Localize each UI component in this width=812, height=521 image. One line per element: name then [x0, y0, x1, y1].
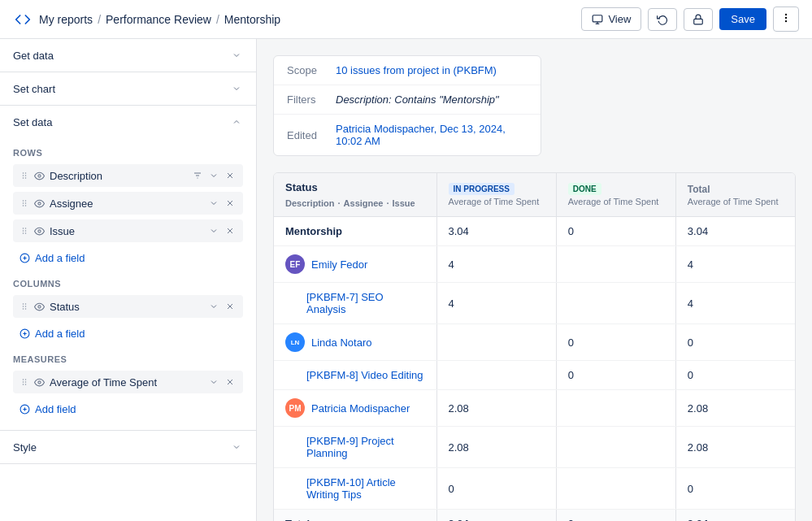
- expand-btn-avg-time[interactable]: [207, 376, 220, 389]
- breadcrumb-mentorship[interactable]: Mentorship: [224, 13, 280, 26]
- table-row: [PKBFM-7] SEO Analysis 4 4: [274, 283, 795, 324]
- field-row-issue: Issue: [13, 219, 243, 242]
- svg-rect-3: [694, 19, 703, 24]
- drag-handle-description[interactable]: [20, 171, 29, 180]
- row-val-pkbfm8-ip: [436, 361, 556, 390]
- style-header[interactable]: Style: [0, 431, 256, 463]
- svg-point-6: [785, 21, 786, 22]
- view-button[interactable]: View: [581, 7, 641, 31]
- drag-handle-status[interactable]: [20, 302, 29, 311]
- eye-icon-assignee[interactable]: [34, 198, 45, 209]
- svg-point-21: [23, 202, 24, 204]
- save-button[interactable]: Save: [719, 8, 766, 30]
- table-row: [PKBFM-10] Article Writing Tips 0 0: [274, 468, 795, 510]
- info-row-filters: Filters Description: Contains "Mentorshi…: [274, 85, 541, 115]
- breadcrumb-perf-review[interactable]: Performance Review: [106, 13, 211, 26]
- expand-btn-issue[interactable]: [207, 224, 220, 237]
- measures-add-field-btn[interactable]: Add field: [13, 398, 243, 420]
- set-data-content: Rows Description: [0, 138, 256, 430]
- info-card: Scope 10 issues from project in (PKBFM) …: [273, 55, 541, 156]
- svg-point-46: [38, 305, 41, 307]
- in-progress-badge: IN PROGRESS: [449, 183, 515, 195]
- filter-btn-description[interactable]: [191, 169, 204, 182]
- row-label-mentorship: Mentorship: [274, 217, 436, 246]
- app-logo: [13, 10, 33, 29]
- lock-button[interactable]: [684, 8, 713, 31]
- row-sub-desc: Description: [285, 198, 335, 208]
- filters-label: Filters: [287, 93, 336, 106]
- columns-add-field-btn[interactable]: Add a field: [13, 323, 243, 345]
- svg-point-43: [25, 306, 27, 307]
- total-val-done: 0: [556, 510, 675, 522]
- row-val-emily-total: 4: [675, 246, 795, 283]
- svg-rect-0: [593, 15, 603, 21]
- table-row: LN Linda Notaro 0 0: [274, 324, 795, 361]
- avatar-emily: EF: [285, 254, 305, 274]
- drag-handle-assignee[interactable]: [20, 198, 29, 208]
- expand-btn-status[interactable]: [207, 300, 220, 313]
- remove-btn-description[interactable]: [224, 169, 237, 182]
- row-sub-sep2: ·: [387, 198, 389, 208]
- row-val-pkbfm7-ip: 4: [436, 283, 556, 324]
- total-row: Total 3.04 0 3.04: [274, 510, 795, 522]
- total-sub: Average of Time Spent: [688, 197, 784, 206]
- set-chart-header[interactable]: Set chart: [0, 72, 256, 105]
- drag-handle-avg-time[interactable]: [20, 377, 29, 387]
- svg-point-20: [25, 200, 27, 202]
- row-sub-sep1: ·: [338, 198, 341, 208]
- row-label-emily: EF Emily Fedor: [274, 246, 436, 283]
- refresh-button[interactable]: [648, 8, 677, 31]
- row-val-pkbfm10-ip: 0: [436, 468, 556, 510]
- eye-icon-avg-time[interactable]: [34, 377, 45, 388]
- field-label-status: Status: [50, 301, 202, 313]
- table-row: PM Patricia Modispacher 2.08 2.08: [274, 390, 795, 427]
- rows-add-field-btn[interactable]: Add a field: [13, 247, 243, 269]
- drag-handle-issue[interactable]: [20, 226, 29, 236]
- row-val-patricia-done: [556, 390, 675, 427]
- get-data-section: Get data: [0, 39, 256, 72]
- topbar-left: My reports / Performance Review / Mentor…: [13, 10, 280, 29]
- get-data-header[interactable]: Get data: [0, 39, 256, 72]
- svg-point-22: [25, 202, 27, 204]
- done-sub: Average of Time Spent: [568, 197, 664, 206]
- field-actions-description: [191, 169, 237, 182]
- row-label-patricia: PM Patricia Modispacher: [274, 390, 436, 427]
- svg-point-44: [23, 308, 24, 310]
- expand-btn-assignee[interactable]: [207, 197, 220, 210]
- svg-point-56: [23, 384, 24, 385]
- more-button[interactable]: [773, 7, 799, 32]
- field-actions-avg-time: [207, 376, 237, 389]
- expand-btn-description[interactable]: [207, 169, 220, 182]
- field-row-status: Status: [13, 295, 243, 318]
- field-row-description: Description: [13, 164, 243, 187]
- svg-point-13: [38, 174, 41, 176]
- remove-btn-status[interactable]: [224, 300, 237, 313]
- remove-btn-avg-time[interactable]: [224, 376, 237, 389]
- eye-icon-status[interactable]: [34, 302, 45, 312]
- svg-point-28: [23, 228, 24, 229]
- set-data-header[interactable]: Set data: [0, 106, 256, 138]
- info-row-edited: Edited Patricia Modispacher, Dec 13, 202…: [274, 115, 541, 155]
- row-sub-assignee: Assignee: [344, 198, 384, 208]
- filters-value: Description: Contains "Mentorship": [336, 93, 499, 106]
- eye-icon-description[interactable]: [34, 171, 45, 181]
- svg-point-19: [23, 200, 24, 202]
- scope-value[interactable]: 10 issues from project in (PKBFM): [336, 64, 497, 76]
- eye-icon-issue[interactable]: [34, 226, 45, 237]
- svg-point-24: [25, 205, 27, 206]
- row-val-linda-ip: [436, 324, 556, 361]
- get-data-chevron: [230, 49, 243, 62]
- edited-value[interactable]: Patricia Modispacher, Dec 13, 2024, 10:0…: [336, 123, 528, 147]
- row-label-pkbfm9: [PKBFM-9] Project Planning: [274, 427, 436, 468]
- row-val-pkbfm8-done: 0: [556, 361, 675, 390]
- row-val-emily-ip: 4: [436, 246, 556, 283]
- breadcrumb-my-reports[interactable]: My reports: [39, 13, 93, 26]
- row-label-pkbfm7: [PKBFM-7] SEO Analysis: [274, 283, 436, 324]
- svg-point-23: [23, 205, 24, 206]
- remove-btn-assignee[interactable]: [224, 197, 237, 210]
- done-badge: DONE: [568, 183, 601, 195]
- field-row-assignee: Assignee: [13, 192, 243, 215]
- remove-btn-issue[interactable]: [224, 224, 237, 237]
- table-row: [PKBFM-9] Project Planning 2.08 2.08: [274, 427, 795, 468]
- breadcrumb-sep-1: /: [98, 13, 101, 26]
